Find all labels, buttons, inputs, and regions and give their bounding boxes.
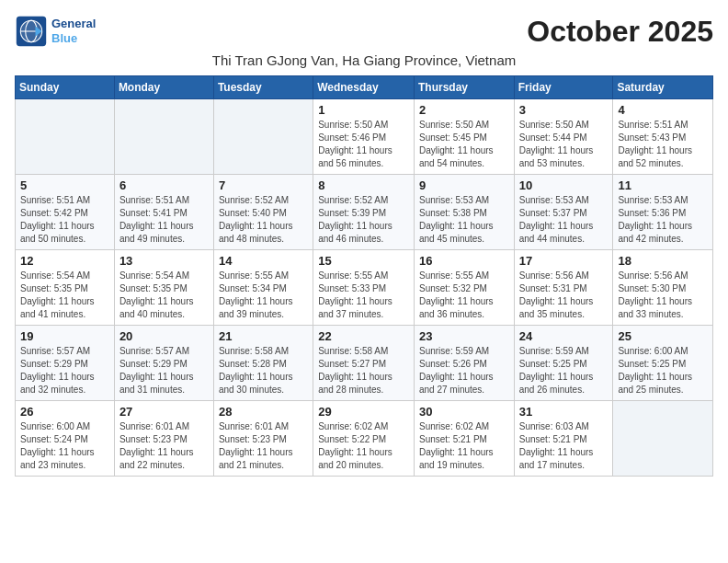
day-info: Sunrise: 5:59 AM Sunset: 5:26 PM Dayligh…	[419, 345, 509, 396]
calendar-cell: 9Sunrise: 5:53 AM Sunset: 5:38 PM Daylig…	[414, 175, 514, 250]
day-info: Sunrise: 5:51 AM Sunset: 5:42 PM Dayligh…	[20, 194, 109, 246]
calendar-cell: 24Sunrise: 5:59 AM Sunset: 5:25 PM Dayli…	[514, 326, 613, 401]
day-number: 1	[318, 103, 409, 117]
calendar-cell: 17Sunrise: 5:56 AM Sunset: 5:31 PM Dayli…	[514, 250, 613, 326]
day-info: Sunrise: 5:55 AM Sunset: 5:32 PM Dayligh…	[419, 270, 509, 321]
calendar-cell	[16, 99, 115, 175]
day-number: 24	[519, 329, 609, 343]
calendar-cell: 4Sunrise: 5:51 AM Sunset: 5:43 PM Daylig…	[613, 99, 713, 175]
day-number: 12	[20, 254, 109, 268]
calendar-cell: 10Sunrise: 5:53 AM Sunset: 5:37 PM Dayli…	[514, 175, 613, 250]
day-number: 28	[219, 405, 308, 419]
day-info: Sunrise: 6:00 AM Sunset: 5:24 PM Dayligh…	[20, 420, 109, 472]
day-info: Sunrise: 6:02 AM Sunset: 5:21 PM Dayligh…	[419, 420, 509, 472]
day-number: 10	[519, 178, 609, 192]
calendar-cell: 22Sunrise: 5:58 AM Sunset: 5:27 PM Dayli…	[313, 326, 415, 401]
calendar-cell: 11Sunrise: 5:53 AM Sunset: 5:36 PM Dayli…	[613, 175, 713, 250]
logo-icon	[15, 15, 48, 48]
day-number: 25	[618, 329, 708, 343]
day-info: Sunrise: 5:50 AM Sunset: 5:44 PM Dayligh…	[519, 119, 609, 170]
day-number: 20	[119, 329, 209, 343]
day-info: Sunrise: 5:55 AM Sunset: 5:34 PM Dayligh…	[219, 270, 308, 321]
calendar-cell: 20Sunrise: 5:57 AM Sunset: 5:29 PM Dayli…	[114, 326, 213, 401]
day-number: 31	[519, 405, 609, 419]
weekday-friday: Friday	[514, 76, 613, 99]
day-number: 3	[519, 103, 609, 117]
header: General Blue October 2025	[15, 15, 713, 49]
day-info: Sunrise: 5:56 AM Sunset: 5:30 PM Dayligh…	[618, 270, 708, 321]
calendar-cell: 15Sunrise: 5:55 AM Sunset: 5:33 PM Dayli…	[313, 250, 415, 326]
calendar-cell: 3Sunrise: 5:50 AM Sunset: 5:44 PM Daylig…	[514, 99, 613, 175]
day-number: 16	[419, 254, 509, 268]
calendar-cell: 13Sunrise: 5:54 AM Sunset: 5:35 PM Dayli…	[114, 250, 213, 326]
calendar-table: SundayMondayTuesdayWednesdayThursdayFrid…	[15, 75, 713, 477]
week-row-4: 19Sunrise: 5:57 AM Sunset: 5:29 PM Dayli…	[16, 326, 713, 401]
weekday-saturday: Saturday	[613, 76, 713, 99]
calendar-body: 1Sunrise: 5:50 AM Sunset: 5:46 PM Daylig…	[16, 99, 713, 477]
weekday-wednesday: Wednesday	[313, 76, 415, 99]
calendar-cell: 18Sunrise: 5:56 AM Sunset: 5:30 PM Dayli…	[613, 250, 713, 326]
calendar-cell	[613, 401, 713, 477]
month-title: October 2025	[527, 15, 713, 49]
calendar-cell: 2Sunrise: 5:50 AM Sunset: 5:45 PM Daylig…	[414, 99, 514, 175]
day-number: 6	[119, 178, 209, 192]
calendar-cell: 14Sunrise: 5:55 AM Sunset: 5:34 PM Dayli…	[213, 250, 313, 326]
day-info: Sunrise: 5:50 AM Sunset: 5:46 PM Dayligh…	[318, 119, 409, 170]
weekday-tuesday: Tuesday	[213, 76, 313, 99]
day-info: Sunrise: 5:56 AM Sunset: 5:31 PM Dayligh…	[519, 270, 609, 321]
calendar-cell	[114, 99, 213, 175]
day-info: Sunrise: 6:01 AM Sunset: 5:23 PM Dayligh…	[219, 420, 308, 472]
calendar-cell: 1Sunrise: 5:50 AM Sunset: 5:46 PM Daylig…	[313, 99, 415, 175]
week-row-3: 12Sunrise: 5:54 AM Sunset: 5:35 PM Dayli…	[16, 250, 713, 326]
calendar-cell: 7Sunrise: 5:52 AM Sunset: 5:40 PM Daylig…	[213, 175, 313, 250]
calendar-cell: 25Sunrise: 6:00 AM Sunset: 5:25 PM Dayli…	[613, 326, 713, 401]
day-info: Sunrise: 5:54 AM Sunset: 5:35 PM Dayligh…	[119, 270, 209, 321]
week-row-2: 5Sunrise: 5:51 AM Sunset: 5:42 PM Daylig…	[16, 175, 713, 250]
calendar-cell: 28Sunrise: 6:01 AM Sunset: 5:23 PM Dayli…	[213, 401, 313, 477]
day-info: Sunrise: 5:52 AM Sunset: 5:40 PM Dayligh…	[219, 194, 308, 246]
day-number: 11	[618, 178, 708, 192]
day-number: 14	[219, 254, 308, 268]
day-info: Sunrise: 5:53 AM Sunset: 5:38 PM Dayligh…	[419, 194, 509, 246]
calendar-cell: 27Sunrise: 6:01 AM Sunset: 5:23 PM Dayli…	[114, 401, 213, 477]
day-number: 4	[618, 103, 708, 117]
day-info: Sunrise: 5:51 AM Sunset: 5:41 PM Dayligh…	[119, 194, 209, 246]
day-info: Sunrise: 5:58 AM Sunset: 5:27 PM Dayligh…	[318, 345, 409, 396]
day-info: Sunrise: 5:58 AM Sunset: 5:28 PM Dayligh…	[219, 345, 308, 396]
day-info: Sunrise: 6:01 AM Sunset: 5:23 PM Dayligh…	[119, 420, 209, 472]
calendar-cell: 31Sunrise: 6:03 AM Sunset: 5:21 PM Dayli…	[514, 401, 613, 477]
day-info: Sunrise: 5:54 AM Sunset: 5:35 PM Dayligh…	[20, 270, 109, 321]
day-info: Sunrise: 5:57 AM Sunset: 5:29 PM Dayligh…	[20, 345, 109, 396]
day-info: Sunrise: 5:51 AM Sunset: 5:43 PM Dayligh…	[618, 119, 708, 170]
calendar-cell: 5Sunrise: 5:51 AM Sunset: 5:42 PM Daylig…	[16, 175, 115, 250]
day-number: 26	[20, 405, 109, 419]
logo-text: General Blue	[51, 17, 96, 45]
day-number: 7	[219, 178, 308, 192]
day-info: Sunrise: 5:53 AM Sunset: 5:37 PM Dayligh…	[519, 194, 609, 246]
calendar-cell: 29Sunrise: 6:02 AM Sunset: 5:22 PM Dayli…	[313, 401, 415, 477]
day-info: Sunrise: 5:59 AM Sunset: 5:25 PM Dayligh…	[519, 345, 609, 396]
calendar-cell: 30Sunrise: 6:02 AM Sunset: 5:21 PM Dayli…	[414, 401, 514, 477]
calendar-cell	[213, 99, 313, 175]
logo: General Blue	[15, 15, 96, 48]
day-info: Sunrise: 5:52 AM Sunset: 5:39 PM Dayligh…	[318, 194, 409, 246]
day-number: 13	[119, 254, 209, 268]
calendar-cell: 19Sunrise: 5:57 AM Sunset: 5:29 PM Dayli…	[16, 326, 115, 401]
day-info: Sunrise: 6:00 AM Sunset: 5:25 PM Dayligh…	[618, 345, 708, 396]
day-number: 8	[318, 178, 409, 192]
day-number: 30	[419, 405, 509, 419]
weekday-sunday: Sunday	[16, 76, 115, 99]
day-number: 15	[318, 254, 409, 268]
day-info: Sunrise: 6:03 AM Sunset: 5:21 PM Dayligh…	[519, 420, 609, 472]
weekday-thursday: Thursday	[414, 76, 514, 99]
day-number: 21	[219, 329, 308, 343]
calendar-cell: 26Sunrise: 6:00 AM Sunset: 5:24 PM Dayli…	[16, 401, 115, 477]
day-number: 19	[20, 329, 109, 343]
day-number: 9	[419, 178, 509, 192]
day-info: Sunrise: 5:57 AM Sunset: 5:29 PM Dayligh…	[119, 345, 209, 396]
day-number: 22	[318, 329, 409, 343]
calendar-cell: 23Sunrise: 5:59 AM Sunset: 5:26 PM Dayli…	[414, 326, 514, 401]
day-number: 2	[419, 103, 509, 117]
day-number: 17	[519, 254, 609, 268]
day-number: 27	[119, 405, 209, 419]
